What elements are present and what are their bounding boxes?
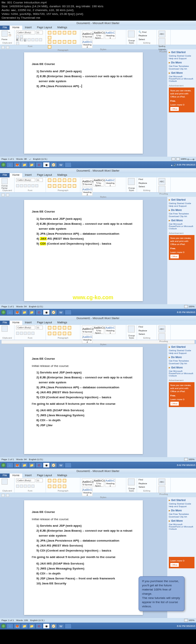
justify-icon[interactable] — [63, 40, 66, 44]
align-icon[interactable] — [63, 184, 66, 188]
view-icon[interactable] — [184, 619, 188, 622]
underline-icon[interactable] — [24, 332, 27, 335]
multilevel-icon[interactable] — [58, 31, 61, 34]
line-spacing-icon[interactable] — [68, 40, 71, 44]
tab-home[interactable]: Home — [10, 321, 22, 325]
find-button[interactable]: Find — [139, 326, 155, 328]
bold-icon[interactable] — [16, 332, 19, 335]
decrease-indent-icon[interactable] — [63, 31, 66, 34]
align-icon[interactable] — [58, 184, 61, 188]
sort-icon[interactable] — [73, 31, 76, 34]
taskbar-icon[interactable] — [65, 623, 72, 629]
tab-mailings[interactable]: Mailings — [55, 321, 70, 325]
tab-file[interactable]: File — [0, 321, 10, 325]
safari-icon[interactable]: 🧭 — [50, 462, 57, 468]
borders-icon[interactable] — [73, 184, 76, 188]
select-button[interactable]: Select — [139, 185, 155, 188]
align-center-icon[interactable] — [53, 40, 56, 44]
sb-ppt[interactable]: Get Microsoft PowerPoint or Microsoft Ou… — [169, 223, 194, 230]
replace-button[interactable]: Replace — [139, 482, 155, 485]
taskbar-icon[interactable] — [65, 462, 72, 468]
opera-icon[interactable]: O — [36, 162, 42, 167]
safari-icon[interactable]: 🧭 — [50, 623, 57, 629]
style-heading1[interactable]: AaBbCHeading 1 — [105, 326, 116, 334]
sort-icon[interactable] — [63, 479, 66, 482]
safari-icon[interactable]: 🧭 — [50, 162, 57, 167]
borders-icon[interactable] — [68, 332, 71, 335]
style-heading2[interactable]: AaBbGHeading 2 — [82, 488, 93, 496]
numbering-icon[interactable] — [53, 178, 56, 182]
start-button[interactable] — [1, 462, 6, 468]
align-icon[interactable] — [48, 485, 51, 488]
highlight-icon[interactable] — [31, 184, 34, 187]
chrome-icon[interactable]: ◉ — [43, 623, 50, 629]
font-color-icon[interactable] — [31, 485, 34, 488]
tab-mailings[interactable]: Mailings — [55, 474, 70, 478]
style-heading2[interactable]: AaBbGHeading 2 — [82, 187, 93, 196]
office-ipad-ad[interactable]: Now you can create, edit and print with … — [169, 88, 194, 112]
tab-insert[interactable]: Insert — [22, 474, 34, 478]
start-button[interactable] — [1, 310, 6, 315]
tab-home[interactable]: Home — [10, 474, 22, 478]
style-heading1[interactable]: AaBbCHeading 1 — [105, 178, 116, 187]
upgrade-icon[interactable] — [158, 333, 165, 340]
shading-icon[interactable] — [73, 40, 76, 44]
explorer-icon[interactable]: 📁 — [28, 623, 35, 629]
tab-file[interactable]: File — [0, 474, 10, 478]
spelling-icon[interactable]: ABC — [158, 178, 165, 185]
find-button[interactable]: Find — [139, 178, 155, 180]
italic-icon[interactable]: I — [20, 38, 23, 41]
document-page[interactable]: Java EE Course Initial release of the co… — [24, 347, 143, 454]
word-icon[interactable]: W — [57, 623, 64, 629]
change-styles-icon[interactable] — [128, 31, 135, 37]
replace-button[interactable]: Replace — [139, 329, 155, 332]
safari-icon[interactable]: 🧭 — [50, 310, 57, 315]
tab-file[interactable]: File — [0, 173, 10, 177]
qat-icon[interactable] — [2, 193, 5, 196]
numbering-icon[interactable] — [53, 326, 56, 329]
borders-icon[interactable] — [63, 485, 66, 488]
strike-icon[interactable] — [28, 38, 31, 41]
tab-home[interactable]: Home — [10, 26, 22, 30]
tab-insert[interactable]: Insert — [22, 26, 34, 30]
bold-icon[interactable] — [16, 184, 19, 187]
bold-icon[interactable] — [16, 485, 19, 488]
sb-help[interactable]: Help and Support — [169, 57, 194, 60]
chrome-icon[interactable]: ◉ — [43, 310, 50, 315]
office-ipad-ad[interactable]: Learn more ⊙Office — [169, 557, 194, 568]
underline-icon[interactable] — [24, 485, 27, 488]
tab-home[interactable]: Home — [10, 173, 22, 177]
style-nospacing[interactable]: AaBbCcDc¶ No Spaci... — [93, 31, 104, 39]
highlight-icon[interactable] — [28, 485, 31, 488]
sb-templates[interactable]: Get Free Templates — [169, 65, 194, 67]
marks-icon[interactable] — [68, 326, 71, 329]
font-name-select[interactable]: Calibri (Body) — [16, 178, 35, 182]
font-size-select[interactable]: 11 — [36, 479, 43, 482]
change-styles-icon[interactable] — [128, 479, 135, 485]
upgrade-icon[interactable] — [158, 186, 165, 193]
highlight-icon[interactable] — [28, 332, 31, 335]
bold-icon[interactable]: B — [16, 38, 19, 41]
cut-button[interactable]: ✂ — [8, 31, 11, 34]
explorer-icon[interactable]: 📁 — [21, 462, 28, 468]
sb-templates[interactable]: Get Free Templates — [169, 360, 194, 362]
sb-clipart[interactable]: Download Clip Art — [169, 68, 194, 70]
text-effects-icon[interactable] — [35, 38, 38, 41]
sb-guide[interactable]: Getting Started Guide — [169, 202, 194, 204]
style-heading2[interactable]: AaBbGHeading 2 — [82, 335, 93, 343]
italic-icon[interactable] — [20, 485, 23, 488]
word-icon[interactable]: W — [57, 310, 64, 315]
align-right-icon[interactable] — [58, 40, 61, 44]
explorer-icon[interactable]: 📁 — [21, 310, 28, 315]
paste-icon[interactable] — [2, 31, 8, 37]
indent-icon[interactable] — [58, 178, 61, 182]
sb-templates[interactable]: Get Free Templates — [169, 513, 194, 515]
document-page[interactable]: Java EE Course Initial release of the co… — [24, 500, 143, 615]
tab-insert[interactable]: Insert — [22, 173, 34, 177]
find-button[interactable]: Find — [139, 479, 155, 481]
word-icon[interactable]: W — [57, 162, 64, 167]
chrome-icon[interactable]: ◉ — [43, 162, 50, 167]
font-size-select[interactable]: 11 — [36, 178, 43, 182]
ie-icon[interactable]: e — [7, 162, 13, 167]
ie-icon[interactable]: e — [7, 310, 13, 315]
